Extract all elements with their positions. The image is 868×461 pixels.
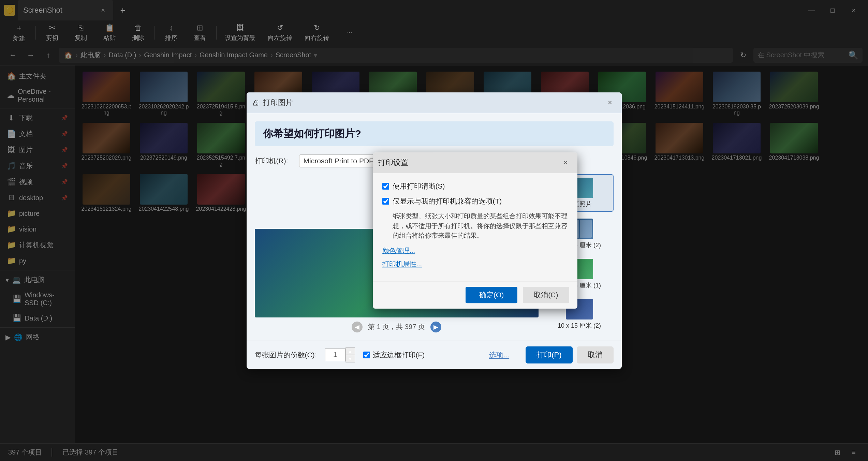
ps-sub-text: 纸张类型、纸张大小和打印质量的某些组合打印效果可能不理想，或不适用于所有打印机。… xyxy=(393,211,568,241)
printer-value: Microsoft Print to PDF xyxy=(304,157,373,165)
print-question: 你希望如何打印图片? xyxy=(255,121,614,146)
ps-cancel-button[interactable]: 取消(C) xyxy=(523,287,569,303)
options-link[interactable]: 选项... xyxy=(489,350,510,360)
printer-properties-link[interactable]: 打印机属性... xyxy=(382,259,568,269)
layout-label-4: 10 x 15 厘米 (2) xyxy=(558,322,601,330)
print-cancel-button[interactable]: 取消 xyxy=(577,346,614,363)
print-dialog-title: 打印图片 xyxy=(263,98,293,108)
ps-ok-button[interactable]: 确定(O) xyxy=(466,287,517,303)
color-management-link[interactable]: 颜色管理... xyxy=(382,246,568,255)
fit-checkbox-label[interactable]: 适应边框打印(F) xyxy=(363,350,425,360)
print-dialog-footer: 每张图片的份数(C): ▲ ▼ 适应边框打印(F) 选项... 打印(P) 取消 xyxy=(247,341,622,369)
copies-down-button[interactable]: ▼ xyxy=(345,355,355,362)
print-dialog-titlebar: 🖨 打印图片 × xyxy=(247,92,622,113)
ps-body: 使用打印清晰(S) 仅显示与我的打印机兼容的选项(T) 纸张类型、纸张大小和打印… xyxy=(373,173,577,281)
ps-titlebar: 打印设置 × xyxy=(373,152,577,173)
ps-checkbox2[interactable] xyxy=(382,198,389,205)
copies-spinners: ▲ ▼ xyxy=(345,347,355,362)
ps-title: 打印设置 xyxy=(378,158,408,168)
print-action-buttons: 打印(P) 取消 xyxy=(526,346,613,363)
printer-label: 打印机(R): xyxy=(255,156,288,166)
page-indicator: 第 1 页，共 397 页 xyxy=(368,322,425,331)
ps-checkbox1-text: 使用打印清晰(S) xyxy=(393,181,445,191)
fit-checkbox[interactable] xyxy=(363,352,370,358)
fit-checkbox-text: 适应边框打印(F) xyxy=(373,350,425,360)
prev-page-button[interactable]: ◀ xyxy=(352,322,363,332)
print-settings-dialog: 打印设置 × 使用打印清晰(S) 仅显示与我的打印机兼容的选项(T) 纸张类型、… xyxy=(373,152,577,309)
dialog-overlay: 🖨 打印图片 × 你希望如何打印图片? 打印机(R): Microsoft Pr… xyxy=(0,0,868,461)
copies-input[interactable] xyxy=(325,348,345,361)
copies-label: 每张图片的份数(C): xyxy=(255,350,317,360)
ps-checkbox2-label[interactable]: 仅显示与我的打印机兼容的选项(T) xyxy=(382,196,568,206)
copies-input-group: ▲ ▼ xyxy=(325,347,355,362)
ps-footer: 确定(O) 取消(C) xyxy=(373,281,577,309)
print-button[interactable]: 打印(P) xyxy=(526,346,572,363)
ps-checkbox1-label[interactable]: 使用打印清晰(S) xyxy=(382,181,568,191)
print-dialog-close-button[interactable]: × xyxy=(604,96,616,109)
ps-checkbox2-text: 仅显示与我的打印机兼容的选项(T) xyxy=(393,196,502,206)
print-page-nav: ◀ 第 1 页，共 397 页 ▶ xyxy=(352,322,441,332)
copies-up-button[interactable]: ▲ xyxy=(345,347,355,355)
next-page-button[interactable]: ▶ xyxy=(430,322,441,332)
ps-close-button[interactable]: × xyxy=(560,157,572,169)
ps-checkbox1[interactable] xyxy=(382,183,389,190)
printer-icon: 🖨 xyxy=(252,98,260,107)
